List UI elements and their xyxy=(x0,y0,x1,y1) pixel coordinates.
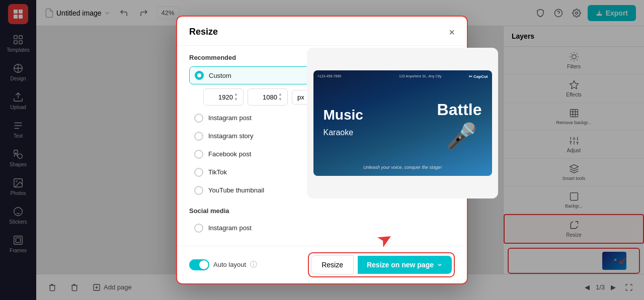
radio-custom xyxy=(195,71,204,80)
auto-layout-toggle-area: Auto layout ⓘ xyxy=(189,259,257,270)
canvas-preview-area: +123-456-7890 ✂ CapCut 123 Anywhere St.,… xyxy=(307,48,498,198)
tiktok-label: TikTok xyxy=(208,168,227,176)
canvas-tagline: Unleash your voice, conquer the stage! xyxy=(313,165,492,170)
radio-youtube-thumbnail xyxy=(194,186,203,195)
unit-label: px xyxy=(297,93,304,101)
auto-layout-label: Auto layout xyxy=(213,261,246,268)
instagram-story-label: Instagram story xyxy=(208,132,254,140)
width-stepper[interactable]: ▲ ▼ xyxy=(234,92,238,102)
footer-buttons-wrapper: Resize Resize on new page xyxy=(308,252,455,277)
canvas-music-title: MusicKaraoke xyxy=(324,108,363,139)
radio-instagram-post xyxy=(194,114,203,123)
toggle-knob xyxy=(199,260,208,269)
radio-instagram-post-sm xyxy=(194,224,203,233)
height-down-arrow[interactable]: ▼ xyxy=(278,97,282,102)
social-media-section-label: Social media xyxy=(189,207,455,215)
option-custom-left: Custom xyxy=(195,71,231,80)
canvas-mic-icon: 🎤 xyxy=(446,122,477,151)
modal-overlay: Resize × Recommended Custom ○ ▲ xyxy=(0,0,644,300)
option-facebook-post-left: Facebook post xyxy=(194,150,251,159)
modal-close-button[interactable]: × xyxy=(449,27,455,37)
height-up-arrow[interactable]: ▲ xyxy=(278,92,282,97)
width-down-arrow[interactable]: ▼ xyxy=(234,97,238,102)
canvas-battle-text: Battle xyxy=(437,101,482,119)
radio-tiktok xyxy=(194,168,203,177)
height-input-wrapper: ▲ ▼ xyxy=(248,88,288,105)
option-tiktok-left: TikTok xyxy=(194,168,227,177)
width-input-wrapper: ▲ ▼ xyxy=(203,88,244,105)
facebook-post-label: Facebook post xyxy=(208,150,251,158)
option-instagram-post-left: Instagram post xyxy=(194,114,252,123)
radio-instagram-story xyxy=(194,132,203,141)
instagram-post-sm-label: Instagram post xyxy=(208,224,252,232)
canvas-phone-number: +123-456-7890 xyxy=(317,74,342,78)
custom-label: Custom xyxy=(209,72,231,79)
resize-new-page-button[interactable]: Resize on new page xyxy=(358,256,452,274)
option-youtube-thumbnail-left: YouTube thumbnail xyxy=(194,186,264,195)
width-up-arrow[interactable]: ▲ xyxy=(234,92,238,97)
auto-layout-info-icon[interactable]: ⓘ xyxy=(250,260,257,269)
width-input[interactable] xyxy=(208,93,233,101)
modal-footer: Auto layout ⓘ Resize Resize on new page xyxy=(177,246,467,283)
height-stepper[interactable]: ▲ ▼ xyxy=(278,92,282,102)
youtube-thumbnail-label: YouTube thumbnail xyxy=(208,186,264,194)
height-input[interactable] xyxy=(252,93,277,101)
modal-header: Resize × xyxy=(177,17,467,46)
modal-title: Resize xyxy=(189,27,218,37)
auto-layout-toggle[interactable] xyxy=(189,259,209,270)
canvas-preview-inner: +123-456-7890 ✂ CapCut 123 Anywhere St.,… xyxy=(313,70,492,176)
instagram-post-label: Instagram post xyxy=(208,114,252,122)
resize-new-page-label: Resize on new page xyxy=(367,261,434,269)
option-instagram-post-sm[interactable]: Instagram post xyxy=(189,220,455,237)
canvas-address: 123 Anywhere St., Any City xyxy=(399,74,441,78)
canvas-brand: ✂ CapCut xyxy=(469,74,488,79)
resize-button[interactable]: Resize xyxy=(311,255,354,274)
option-instagram-story-left: Instagram story xyxy=(194,132,254,141)
option-instagram-post-sm-left: Instagram post xyxy=(194,224,252,233)
radio-facebook-post xyxy=(194,150,203,159)
